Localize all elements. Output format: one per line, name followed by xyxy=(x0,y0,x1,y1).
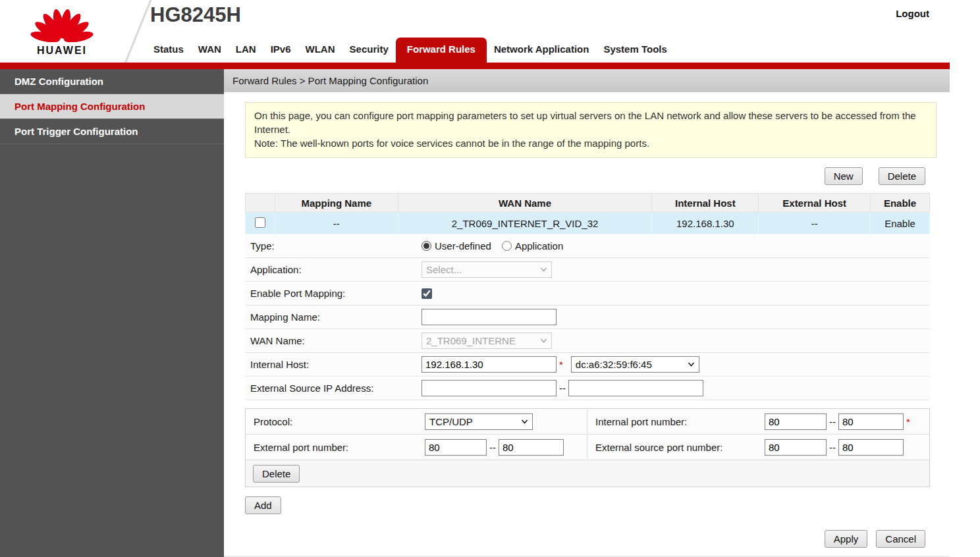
header: HUAWEI HG8245H Logout Status WAN LAN IPv… xyxy=(0,0,950,63)
header-accent-bar xyxy=(0,63,950,69)
row-select-checkbox[interactable] xyxy=(255,217,265,228)
chevron-down-icon xyxy=(688,362,695,367)
user-defined-radio[interactable] xyxy=(422,241,431,251)
port-row-1: Protocol: TCP/UDP Internal port number: … xyxy=(246,409,929,435)
external-source-port-label: External source port number: xyxy=(587,435,765,460)
table-row: -- 2_TR069_INTERNET_R_VID_32 192.168.1.3… xyxy=(246,213,930,234)
mapping-name-label: Mapping Name: xyxy=(245,311,422,323)
protocol-select[interactable]: TCP/UDP xyxy=(425,413,533,430)
application-radio-label: Application xyxy=(515,240,563,252)
internal-host-label: Internal Host: xyxy=(245,359,422,370)
wan-name-select[interactable]: 2_TR069_INTERNE xyxy=(422,332,552,349)
tab-status[interactable]: Status xyxy=(146,38,191,63)
form-row-enable-port-mapping: Enable Port Mapping: xyxy=(245,282,930,305)
sidebar-item-port-trigger-configuration[interactable]: Port Trigger Configuration xyxy=(0,119,224,144)
router-admin-page: HUAWEI HG8245H Logout Status WAN LAN IPv… xyxy=(0,0,950,557)
form-row-mapping-name: Mapping Name: xyxy=(245,305,930,329)
mapping-table: Mapping Name WAN Name Internal Host Exte… xyxy=(245,193,930,234)
add-button[interactable]: Add xyxy=(245,496,281,514)
form-actions: Apply Cancel xyxy=(245,530,937,548)
required-asterisk: * xyxy=(906,416,910,427)
internal-host-mac-select[interactable]: dc:a6:32:59:f6:45 xyxy=(571,356,699,373)
cell-internal-host: 192.168.1.30 xyxy=(652,213,759,234)
external-port-to-input[interactable] xyxy=(499,439,564,456)
enable-port-mapping-checkbox[interactable] xyxy=(422,288,432,299)
header-enable: Enable xyxy=(871,194,930,213)
tab-forward-rules[interactable]: Forward Rules xyxy=(396,38,487,63)
add-row: Add xyxy=(245,496,937,514)
header-checkbox-cell xyxy=(246,194,275,213)
tab-system-tools[interactable]: System Tools xyxy=(596,38,674,63)
application-label: Application: xyxy=(245,264,422,275)
header-mapping-name: Mapping Name xyxy=(275,194,398,213)
cell-wan-name: 2_TR069_INTERNET_R_VID_32 xyxy=(398,213,652,234)
user-defined-radio-label: User-defined xyxy=(435,240,491,252)
mapping-name-input[interactable] xyxy=(422,309,557,325)
range-separator: -- xyxy=(489,442,496,453)
huawei-flower-icon xyxy=(28,1,96,42)
info-box: On this page, you can configure port map… xyxy=(245,102,937,158)
port-settings-table: Protocol: TCP/UDP Internal port number: … xyxy=(245,408,930,487)
form-row-application: Application: Select... xyxy=(245,258,930,282)
tab-wlan[interactable]: WLAN xyxy=(298,38,342,63)
main-nav: Status WAN LAN IPv6 WLAN Security Forwar… xyxy=(146,38,674,63)
mapping-form: Type: User-defined Application Applicati… xyxy=(245,234,930,400)
internal-port-label: Internal port number: xyxy=(587,409,765,434)
model-title: HG8245H xyxy=(150,3,241,27)
main-area: Forward Rules > Port Mapping Configurati… xyxy=(224,69,950,557)
internal-host-input[interactable] xyxy=(422,356,557,373)
tab-network-application[interactable]: Network Application xyxy=(487,38,596,63)
mapping-table-header-row: Mapping Name WAN Name Internal Host Exte… xyxy=(246,194,930,213)
sidebar-item-port-mapping-configuration[interactable]: Port Mapping Configuration xyxy=(0,94,224,119)
range-separator: -- xyxy=(829,416,836,427)
internal-port-to-input[interactable] xyxy=(838,413,904,430)
tab-security[interactable]: Security xyxy=(342,38,396,63)
cell-mapping-name: -- xyxy=(275,213,398,234)
sidebar: DMZ Configuration Port Mapping Configura… xyxy=(0,69,224,557)
tab-wan[interactable]: WAN xyxy=(191,38,229,63)
form-row-internal-host: Internal Host: * dc:a6:32:59:f6:45 xyxy=(245,353,930,377)
wan-name-label: WAN Name: xyxy=(245,335,422,346)
external-source-ip-label: External Source IP Address: xyxy=(245,383,422,394)
delete-button[interactable]: Delete xyxy=(879,167,925,185)
cell-enable: Enable xyxy=(871,213,930,234)
application-radio[interactable] xyxy=(502,241,512,251)
cell-external-host: -- xyxy=(759,213,871,234)
protocol-label: Protocol: xyxy=(246,416,425,427)
range-separator: -- xyxy=(829,442,836,453)
internal-port-from-input[interactable] xyxy=(765,413,827,430)
external-port-from-input[interactable] xyxy=(425,439,487,456)
external-source-port-from-input[interactable] xyxy=(765,439,827,456)
new-button[interactable]: New xyxy=(825,167,863,185)
required-asterisk: * xyxy=(559,359,563,370)
form-row-type: Type: User-defined Application xyxy=(245,234,930,258)
type-radio-group: User-defined Application xyxy=(422,240,574,252)
brand-text: HUAWEI xyxy=(22,45,101,57)
external-source-ip-to-input[interactable] xyxy=(568,380,703,396)
apply-button[interactable]: Apply xyxy=(825,530,868,548)
range-separator: -- xyxy=(559,383,566,394)
info-line-1: On this page, you can configure port map… xyxy=(254,109,927,136)
cancel-button[interactable]: Cancel xyxy=(876,530,925,548)
row-delete-button[interactable]: Delete xyxy=(253,465,300,483)
breadcrumb: Forward Rules > Port Mapping Configurati… xyxy=(224,69,950,92)
form-row-external-source-ip: External Source IP Address: -- xyxy=(245,377,930,400)
info-line-2: Note: The well-known ports for voice ser… xyxy=(254,136,927,150)
application-select[interactable]: Select... xyxy=(422,261,552,278)
sidebar-item-dmz-configuration[interactable]: DMZ Configuration xyxy=(0,69,224,94)
enable-port-mapping-label: Enable Port Mapping: xyxy=(245,288,422,299)
external-source-port-to-input[interactable] xyxy=(838,439,904,456)
external-port-label: External port number: xyxy=(246,442,425,453)
tab-lan[interactable]: LAN xyxy=(229,38,263,63)
form-row-wan-name: WAN Name: 2_TR069_INTERNE xyxy=(245,329,930,353)
chevron-down-icon xyxy=(521,419,528,424)
port-row-2: External port number: -- External source… xyxy=(246,435,929,460)
chevron-down-icon xyxy=(540,338,547,343)
tab-ipv6[interactable]: IPv6 xyxy=(263,38,298,63)
header-external-host: External Host xyxy=(759,194,871,213)
content-panel: On this page, you can configure port map… xyxy=(224,92,950,556)
port-delete-row: Delete xyxy=(246,460,929,487)
header-wan-name: WAN Name xyxy=(398,194,652,213)
logout-link[interactable]: Logout xyxy=(896,8,929,19)
external-source-ip-from-input[interactable] xyxy=(422,380,557,396)
